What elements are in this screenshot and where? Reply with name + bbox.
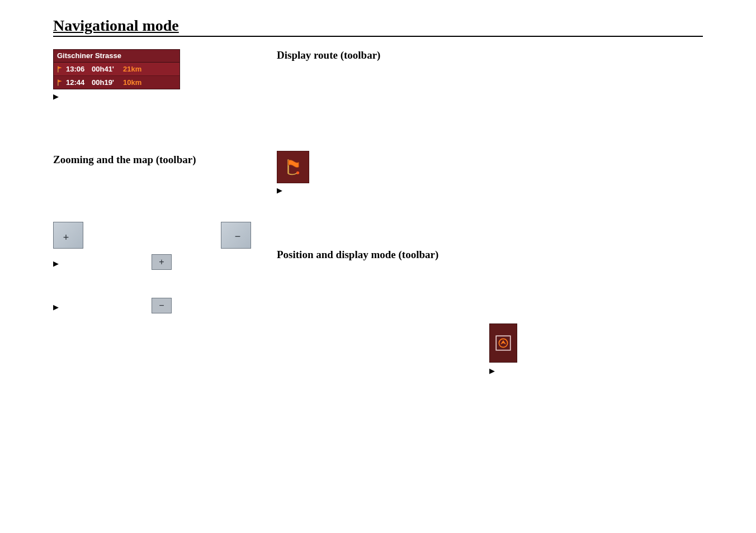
page-title: Navigational mode bbox=[53, 17, 703, 37]
bullet-arrow-icon: ▶ bbox=[489, 367, 523, 374]
section-heading-position: Position and display mode (toolbar) bbox=[277, 249, 679, 261]
bullet-arrow-icon: ▶ bbox=[53, 260, 59, 267]
route-flag-icon bbox=[56, 78, 65, 87]
route-info-panel: Gitschiner Strasse 13:06 00h41' 21km 12:… bbox=[53, 49, 180, 89]
position-target-icon bbox=[494, 334, 513, 353]
bullet-arrow-icon: ▶ bbox=[53, 303, 59, 311]
section-heading-display-route: Display route (toolbar) bbox=[277, 49, 679, 61]
section-heading-zoom: Zooming and the map (toolbar) bbox=[53, 154, 266, 166]
route-arrival-time: 13:06 bbox=[66, 65, 92, 73]
zoom-out-button[interactable]: − bbox=[152, 298, 172, 313]
route-distance: 21km bbox=[123, 65, 149, 73]
route-street-name: Gitschiner Strasse bbox=[54, 50, 179, 63]
zoom-out-icon[interactable] bbox=[221, 222, 251, 249]
route-row: 12:44 00h19' 10km bbox=[54, 76, 179, 89]
route-flag-icon bbox=[284, 158, 303, 177]
route-distance: 10km bbox=[123, 78, 149, 87]
bullet-arrow-icon: ▶ bbox=[53, 93, 266, 100]
zoom-in-icon[interactable] bbox=[53, 222, 83, 249]
route-row: 13:06 00h41' 21km bbox=[54, 63, 179, 76]
zoom-in-button[interactable]: + bbox=[152, 254, 172, 270]
position-mode-button[interactable] bbox=[489, 323, 517, 363]
route-duration: 00h19' bbox=[92, 78, 123, 87]
route-flag-icon bbox=[56, 65, 65, 74]
route-duration: 00h41' bbox=[92, 65, 123, 73]
bullet-arrow-icon: ▶ bbox=[277, 187, 679, 194]
display-route-button[interactable] bbox=[277, 151, 309, 183]
route-arrival-time: 12:44 bbox=[66, 78, 92, 87]
